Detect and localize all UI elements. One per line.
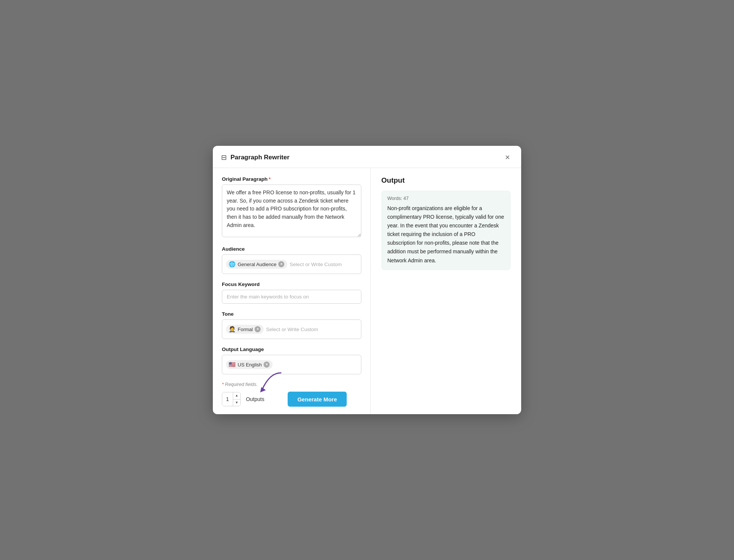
generate-more-button[interactable]: Generate More xyxy=(288,392,347,407)
modal-overlay: ⊟ Paragraph Rewriter × Original Paragrap… xyxy=(0,0,734,560)
tone-input-box[interactable]: 🤵 Formal × Select or Write Custom xyxy=(222,319,361,339)
original-paragraph-input[interactable]: We offer a free PRO license to non-profi… xyxy=(222,185,361,237)
tone-tag-remove[interactable]: × xyxy=(255,326,261,332)
output-language-tag: 🇺🇸 US English × xyxy=(226,360,273,369)
audience-tag-text: General Audience xyxy=(238,262,276,267)
output-language-tag-text: US English xyxy=(238,362,262,368)
focus-keyword-input[interactable] xyxy=(222,290,361,304)
output-language-label: Output Language xyxy=(222,347,361,352)
close-button[interactable]: × xyxy=(503,153,512,162)
footer-row: 1 ▲ ▼ Outputs Generate More xyxy=(222,392,361,407)
audience-input-box[interactable]: 🌐 General Audience × Select or Write Cus… xyxy=(222,254,361,274)
output-text: Non-profit organizations are eligible fo… xyxy=(387,204,505,265)
paragraph-rewriter-modal: ⊟ Paragraph Rewriter × Original Paragrap… xyxy=(213,146,521,414)
modal-title-row: ⊟ Paragraph Rewriter xyxy=(221,153,290,162)
outputs-label: Outputs xyxy=(246,396,264,402)
tone-placeholder: Select or Write Custom xyxy=(266,327,318,332)
focus-keyword-label: Focus Keyword xyxy=(222,282,361,287)
modal-body: Original Paragraph * We offer a free PRO… xyxy=(213,168,521,414)
modal-header: ⊟ Paragraph Rewriter × xyxy=(213,146,521,168)
tone-tag-text: Formal xyxy=(238,327,253,332)
original-paragraph-group: Original Paragraph * We offer a free PRO… xyxy=(222,176,361,239)
output-language-tag-icon: 🇺🇸 xyxy=(229,361,236,368)
right-panel: Output Words: 47 Non-profit organization… xyxy=(371,168,521,414)
output-words: Words: 47 xyxy=(387,196,505,201)
spinner-up-button[interactable]: ▲ xyxy=(233,392,240,400)
original-paragraph-label: Original Paragraph * xyxy=(222,176,361,182)
audience-group: Audience 🌐 General Audience × Select or … xyxy=(222,246,361,274)
spinner-down-button[interactable]: ▼ xyxy=(233,400,240,406)
audience-tag: 🌐 General Audience × xyxy=(226,260,287,269)
output-title: Output xyxy=(381,176,511,185)
required-note: * Required fields. xyxy=(222,382,361,387)
svg-marker-0 xyxy=(260,387,266,392)
modal-header-icon: ⊟ xyxy=(221,153,227,162)
tone-tag: 🤵 Formal × xyxy=(226,325,264,334)
output-language-group: Output Language 🇺🇸 US English × xyxy=(222,347,361,374)
audience-tag-icon: 🌐 xyxy=(229,261,236,268)
spinner-buttons: ▲ ▼ xyxy=(233,392,240,406)
audience-placeholder: Select or Write Custom xyxy=(290,262,342,267)
output-language-input-box[interactable]: 🇺🇸 US English × xyxy=(222,355,361,374)
outputs-spinner[interactable]: 1 ▲ ▼ xyxy=(222,392,241,406)
tone-label: Tone xyxy=(222,311,361,317)
left-panel: Original Paragraph * We offer a free PRO… xyxy=(213,168,371,414)
audience-label: Audience xyxy=(222,246,361,252)
tone-group: Tone 🤵 Formal × Select or Write Custom xyxy=(222,311,361,339)
required-star-original: * xyxy=(269,176,271,182)
output-card: Words: 47 Non-profit organizations are e… xyxy=(381,191,511,270)
outputs-number: 1 xyxy=(222,392,233,406)
arrow-annotation: Generate More xyxy=(285,392,347,407)
focus-keyword-group: Focus Keyword xyxy=(222,282,361,304)
tone-tag-icon: 🤵 xyxy=(229,326,236,333)
modal-title: Paragraph Rewriter xyxy=(231,154,290,161)
audience-tag-remove[interactable]: × xyxy=(278,261,284,267)
output-language-tag-remove[interactable]: × xyxy=(264,362,270,368)
